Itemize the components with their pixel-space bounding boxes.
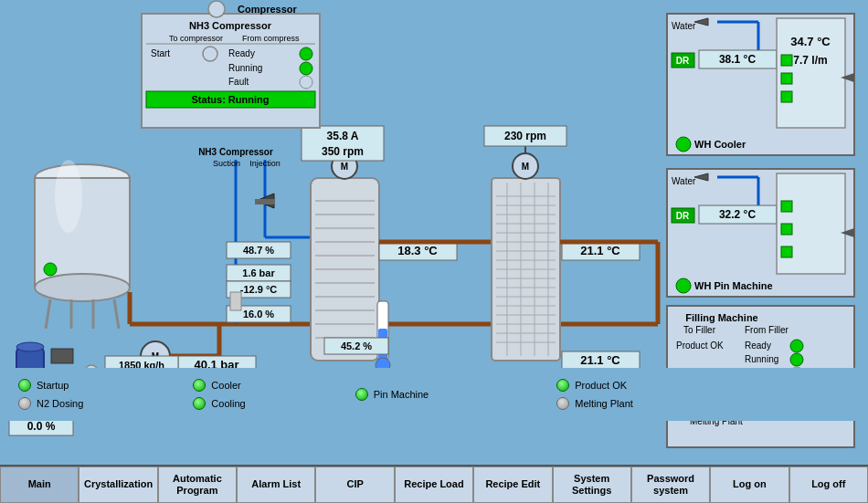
pin-machine-label: Pin Machine [374,389,429,400]
svg-text:350 rpm: 350 rpm [322,145,364,158]
svg-text:To compressor: To compressor [169,34,223,43]
main-area: M 48.7 % 1.6 bar -12.9 °C [0,0,868,465]
svg-point-10 [16,342,44,351]
svg-point-2 [35,274,130,301]
cooler-led [193,379,206,392]
svg-point-137 [676,278,691,293]
n2-dosing-led [18,397,31,410]
nav-automatic-program[interactable]: Automatic Program [158,466,237,503]
svg-rect-18 [51,349,73,363]
svg-text:M: M [341,162,348,172]
svg-text:45.2 %: 45.2 % [341,341,372,351]
svg-rect-133 [781,201,792,212]
svg-text:7.7 l/m: 7.7 l/m [793,54,827,67]
cooling-led [193,397,206,410]
svg-text:18.3 °C: 18.3 °C [397,244,438,257]
nav-cip[interactable]: CIP [315,466,394,503]
svg-text:Fault: Fault [228,77,249,87]
svg-text:1.6 bar: 1.6 bar [242,267,275,278]
svg-text:NH3 Compressor: NH3 Compressor [198,147,273,157]
melting-plant-item: Melting Plant [556,397,633,410]
cooler-item: Cooler [193,379,245,392]
nav-system-settings[interactable]: System Settings [553,466,631,503]
svg-point-155 [208,1,225,17]
pin-machine-item: Pin Machine [355,388,429,401]
svg-text:35.8 A: 35.8 A [327,130,359,142]
svg-text:Water: Water [672,176,696,186]
svg-rect-134 [781,224,792,235]
melting-plant-led [556,397,569,410]
svg-text:21.1 °C: 21.1 °C [580,244,620,257]
svg-text:Running: Running [745,354,778,364]
nav-password-system[interactable]: Password system [631,466,710,503]
startup-group: Startup N2 Dosing [18,379,83,410]
svg-text:32.2 °C: 32.2 °C [719,208,756,221]
svg-line-5 [114,299,119,329]
pin-machine-group: Pin Machine [355,388,429,401]
startup-item: Startup [18,379,83,392]
svg-point-166 [300,62,312,75]
svg-text:38.1 °C: 38.1 °C [719,53,756,66]
svg-text:DR: DR [676,56,690,66]
nav-bar: Main Crystallization Automatic Program A… [0,465,868,503]
svg-point-8 [44,263,57,276]
svg-point-168 [300,76,312,89]
pin-machine-led [355,388,368,401]
svg-text:16.0 %: 16.0 % [243,309,274,320]
svg-line-4 [46,299,50,329]
cooler-label: Cooler [211,380,240,391]
nav-alarm-list[interactable]: Alarm List [237,466,315,503]
svg-point-145 [790,340,803,352]
product-ok-group: Product OK Melting Plant [556,379,633,410]
svg-text:Status: Running: Status: Running [192,94,270,105]
product-ok-led [556,379,569,392]
svg-rect-118 [781,73,792,84]
svg-text:Suction: Suction [213,159,240,168]
svg-rect-32 [230,292,241,310]
svg-text:230 rpm: 230 rpm [504,130,546,142]
cooling-item: Cooling [193,397,245,410]
svg-rect-119 [781,91,792,102]
n2-dosing-label: N2 Dosing [37,398,83,409]
svg-text:DR: DR [676,211,690,221]
svg-text:34.7 °C: 34.7 °C [790,35,831,48]
svg-text:NH3 Compressor: NH3 Compressor [189,20,272,31]
svg-text:Running: Running [228,63,262,73]
svg-rect-117 [781,55,792,66]
nav-log-off[interactable]: Log off [789,466,868,503]
svg-point-121 [676,137,691,152]
melting-plant-label: Melting Plant [575,398,633,409]
svg-point-162 [203,47,217,61]
nav-recipe-load[interactable]: Recipe Load [395,466,473,503]
nav-main[interactable]: Main [0,466,79,503]
svg-text:21.1 °C: 21.1 °C [580,353,620,367]
svg-point-164 [300,47,312,60]
svg-text:Injection: Injection [249,159,281,168]
svg-text:Product OK: Product OK [676,341,724,351]
svg-text:Ready: Ready [745,341,771,351]
nav-crystallization[interactable]: Crystallization [79,466,157,503]
svg-text:From compress: From compress [242,34,300,43]
svg-rect-23 [255,199,275,204]
cooling-label: Cooling [211,398,245,409]
svg-text:0.0 %: 0.0 % [27,420,56,433]
svg-text:From Filler: From Filler [745,325,789,335]
product-ok-label: Product OK [575,380,627,391]
svg-text:Water: Water [672,21,696,31]
bottom-status-bar: Startup N2 Dosing Cooler Cooling Pin Mac… [0,368,868,421]
svg-text:-12.9 °C: -12.9 °C [240,284,278,295]
svg-point-3 [55,160,82,233]
n2-dosing-item: N2 Dosing [18,397,83,410]
startup-led [18,379,31,392]
nav-recipe-edit[interactable]: Recipe Edit [473,466,552,503]
product-ok-item: Product OK [556,379,633,392]
startup-label: Startup [37,380,69,391]
svg-text:To Filler: To Filler [683,325,716,335]
svg-text:M: M [522,162,529,172]
svg-text:Filling Machine: Filling Machine [685,312,757,323]
cooler-group: Cooler Cooling [193,379,245,410]
svg-text:Compressor: Compressor [238,4,298,15]
nav-log-on[interactable]: Log on [710,466,789,503]
svg-point-147 [790,353,803,366]
svg-text:WH Pin Machine: WH Pin Machine [694,280,773,291]
